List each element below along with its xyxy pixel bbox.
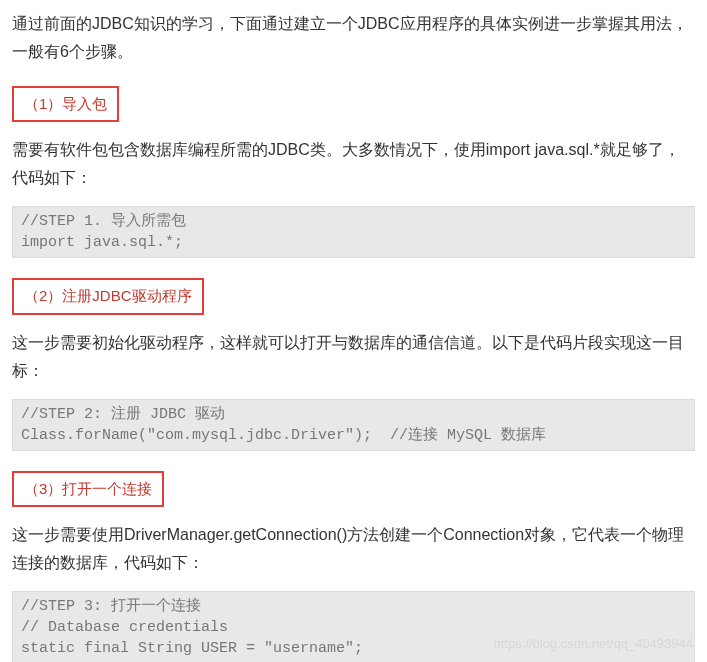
step-2-title: （2）注册JDBC驱动程序 bbox=[12, 278, 204, 314]
step-2-desc: 这一步需要初始化驱动程序，这样就可以打开与数据库的通信信道。以下是代码片段实现这… bbox=[12, 329, 695, 385]
step-3-code: //STEP 3: 打开一个连接 // Database credentials… bbox=[12, 591, 695, 662]
step-3-desc: 这一步需要使用DriverManager.getConnection()方法创建… bbox=[12, 521, 695, 577]
step-1-desc: 需要有软件包包含数据库编程所需的JDBC类。大多数情况下，使用import ja… bbox=[12, 136, 695, 192]
intro-paragraph: 通过前面的JDBC知识的学习，下面通过建立一个JDBC应用程序的具体实例进一步掌… bbox=[12, 10, 695, 66]
step-2-code: //STEP 2: 注册 JDBC 驱动 Class.forName("com.… bbox=[12, 399, 695, 451]
step-1-title: （1）导入包 bbox=[12, 86, 119, 122]
step-3-title: （3）打开一个连接 bbox=[12, 471, 164, 507]
step-1-code: //STEP 1. 导入所需包 import java.sql.*; bbox=[12, 206, 695, 258]
